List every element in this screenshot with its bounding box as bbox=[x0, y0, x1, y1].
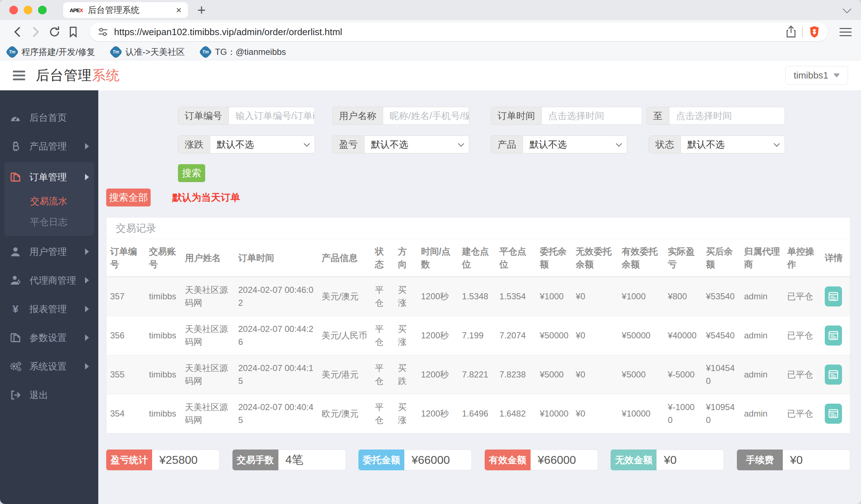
bookmark-item[interactable]: Tm 程序搭建/开发/修复 bbox=[7, 46, 95, 58]
cell-balance: ¥104540 bbox=[702, 355, 740, 394]
cell-user: 天美社区源码网 bbox=[182, 355, 235, 394]
order-time-from-input[interactable] bbox=[542, 107, 642, 124]
sidebar-item-products[interactable]: 产品管理 bbox=[0, 132, 98, 161]
url-text[interactable]: https://weipan102.timibbs.vip/admin/orde… bbox=[114, 27, 780, 38]
bookmark-label: TG：@tianmeibbs bbox=[215, 46, 286, 58]
col-control: 单控操作 bbox=[784, 239, 821, 277]
cell-valid: ¥50000 bbox=[618, 316, 664, 355]
cell-close: 7.8238 bbox=[496, 355, 536, 394]
sidebar-item-settings[interactable]: 系统设置 bbox=[0, 352, 98, 381]
stat-profit-total: 盈亏统计 ¥25800 bbox=[106, 450, 220, 470]
cell-profit: ¥-5000 bbox=[664, 355, 702, 394]
cell-direction: 买跌 bbox=[394, 355, 417, 394]
cell-duration: 1200秒 bbox=[417, 394, 458, 433]
chevron-down-icon bbox=[774, 141, 780, 147]
sidebar-item-reports[interactable]: ¥ 报表管理 bbox=[0, 295, 98, 323]
cell-valid: ¥5000 bbox=[618, 355, 664, 394]
zoom-window-button[interactable] bbox=[38, 6, 47, 14]
tab-search-chevron-icon[interactable] bbox=[843, 5, 852, 14]
profit-select[interactable]: 默认不选 bbox=[364, 136, 469, 153]
tune-icon[interactable] bbox=[98, 27, 108, 37]
detail-button[interactable] bbox=[825, 365, 842, 385]
updown-select[interactable]: 默认不选 bbox=[210, 136, 315, 153]
sidebar-subitem-close-log[interactable]: 平仓日志 bbox=[4, 211, 94, 232]
cell-entrust: ¥50000 bbox=[536, 316, 572, 355]
cell-close: 1.6482 bbox=[496, 394, 536, 433]
cell-account: timibbs bbox=[145, 355, 181, 394]
cell-entrust: ¥5000 bbox=[536, 355, 572, 394]
sidebar-item-label: 用户管理 bbox=[29, 246, 67, 258]
user-name-input[interactable] bbox=[383, 107, 469, 124]
detail-button[interactable] bbox=[825, 286, 842, 306]
browser-tab[interactable]: APEX 后台管理系统 × bbox=[63, 2, 188, 18]
bookmark-item[interactable]: Tm TG：@tianmeibbs bbox=[201, 46, 286, 58]
cell-user: 天美社区源码网 bbox=[182, 316, 235, 355]
trade-table: 订单编号 交易账号 用户姓名 订单时间 产品信息 状态 方向 时间/点数 建仓点… bbox=[107, 239, 850, 433]
browser-menu-icon[interactable] bbox=[839, 28, 852, 36]
stat-trade-count: 交易手数 4笔 bbox=[232, 450, 346, 470]
tm-bookmark-icon: Tm bbox=[5, 45, 19, 59]
stat-entrust-amount: 委托金额 ¥66000 bbox=[358, 450, 472, 470]
col-product: 产品信息 bbox=[318, 239, 371, 277]
user-name-label: 用户名称 bbox=[333, 107, 383, 124]
sidebar-item-label: 代理商管理 bbox=[29, 274, 76, 287]
col-detail: 详情 bbox=[821, 239, 850, 277]
bookmark-icon[interactable] bbox=[65, 24, 81, 40]
cell-time: 2024-02-07 00:44:26 bbox=[235, 316, 318, 355]
user-dropdown[interactable]: timibbs1 bbox=[785, 66, 848, 85]
gears-icon bbox=[9, 361, 22, 372]
status-select[interactable]: 默认不选 bbox=[681, 136, 785, 153]
app-header: 后台管理系统 timibbs1 bbox=[0, 60, 861, 90]
tm-bookmark-icon: Tm bbox=[109, 45, 123, 59]
forward-icon[interactable] bbox=[28, 24, 44, 40]
cell-control: 已平仓 bbox=[784, 277, 821, 316]
chevron-right-icon bbox=[85, 277, 89, 284]
cell-agent: admin bbox=[740, 355, 784, 394]
sidebar-item-users[interactable]: 用户管理 bbox=[0, 237, 98, 266]
order-no-input[interactable] bbox=[229, 107, 315, 124]
stat-label: 交易手数 bbox=[232, 450, 278, 470]
cell-invalid: ¥0 bbox=[572, 316, 618, 355]
sidebar-item-orders[interactable]: 订单管理 bbox=[4, 163, 94, 191]
cell-invalid: ¥0 bbox=[572, 277, 618, 316]
back-icon[interactable] bbox=[9, 24, 25, 40]
stat-invalid-amount: 无效金额 ¥0 bbox=[611, 450, 724, 470]
cell-status: 平仓 bbox=[371, 277, 394, 316]
tab-close-icon[interactable]: × bbox=[176, 5, 182, 16]
close-window-button[interactable] bbox=[9, 6, 18, 14]
sidebar-item-logout[interactable]: 退出 bbox=[0, 381, 98, 409]
detail-button[interactable] bbox=[825, 325, 842, 346]
minimize-window-button[interactable] bbox=[24, 6, 32, 14]
search-all-button[interactable]: 搜索全部 bbox=[106, 189, 151, 206]
stat-label: 手续费 bbox=[737, 450, 783, 470]
sidebar-item-params[interactable]: 参数设置 bbox=[0, 323, 98, 352]
order-time-to-input[interactable] bbox=[669, 107, 785, 124]
trade-records-card: 交易记录 订单编号 交易账号 用户姓名 订单时间 bbox=[106, 217, 850, 434]
cell-valid: ¥10000 bbox=[618, 394, 664, 433]
search-button[interactable]: 搜索 bbox=[178, 164, 205, 182]
cell-account: timibbs bbox=[145, 316, 181, 355]
cell-product: 美元/澳元 bbox=[318, 277, 371, 316]
cell-status: 平仓 bbox=[371, 394, 394, 433]
brave-shield-icon[interactable] bbox=[809, 25, 820, 38]
sidebar-subitem-trade-flow[interactable]: 交易流水 bbox=[4, 191, 94, 211]
col-status: 状态 bbox=[371, 239, 394, 277]
share-icon[interactable] bbox=[786, 25, 796, 38]
detail-button[interactable] bbox=[825, 404, 842, 424]
url-bar[interactable]: https://weipan102.timibbs.vip/admin/orde… bbox=[90, 23, 828, 41]
cell-agent: admin bbox=[740, 277, 784, 316]
reload-icon[interactable] bbox=[47, 24, 62, 40]
updown-group: 涨跌 默认不选 bbox=[178, 135, 315, 153]
product-select[interactable]: 默认不选 bbox=[523, 136, 627, 153]
new-tab-button[interactable]: + bbox=[197, 2, 206, 18]
sidebar-item-home[interactable]: 后台首页 bbox=[0, 103, 98, 132]
sidebar-toggle-icon[interactable] bbox=[13, 71, 25, 80]
cell-user: 天美社区源码网 bbox=[182, 394, 235, 433]
updown-label: 涨跌 bbox=[178, 136, 210, 153]
sidebar-item-agents[interactable]: 代理商管理 bbox=[0, 266, 98, 295]
cell-profit: ¥800 bbox=[664, 277, 702, 316]
chevron-down-icon bbox=[616, 141, 622, 147]
stat-fee: 手续费 ¥0 bbox=[737, 450, 850, 470]
bookmark-item[interactable]: Tm 认准->天美社区 bbox=[111, 46, 185, 58]
profit-label: 盈亏 bbox=[333, 136, 364, 153]
